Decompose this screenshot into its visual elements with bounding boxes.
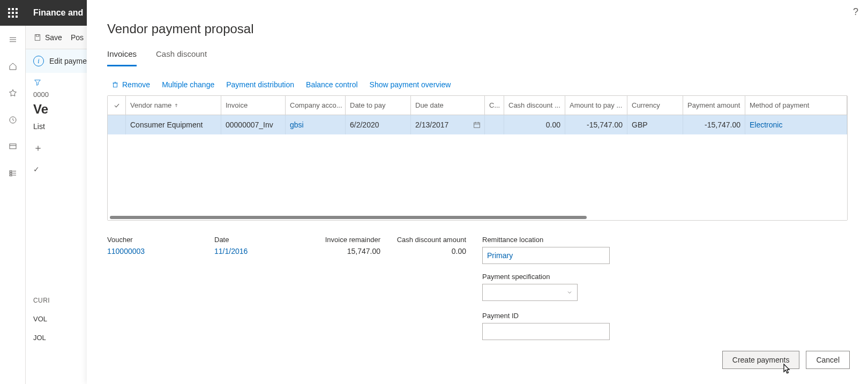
col-amount-to-pay[interactable]: Amount to pay ... xyxy=(565,96,627,115)
cell-payment-amount[interactable]: -15,747.00 xyxy=(683,115,745,134)
grid-header: Vendor name Invoice Company acco... Date… xyxy=(108,96,847,115)
voucher-value[interactable]: 110000003 xyxy=(107,247,198,255)
select-all-checkbox[interactable] xyxy=(108,96,126,115)
cell-amount-to-pay[interactable]: -15,747.00 xyxy=(565,115,627,134)
modules-icon[interactable] xyxy=(3,164,23,183)
home-icon[interactable] xyxy=(3,57,23,76)
multiple-change-button[interactable]: Multiple change xyxy=(162,80,214,89)
remittance-dropdown[interactable]: Primary xyxy=(482,247,610,264)
payment-distribution-button[interactable]: Payment distribution xyxy=(226,80,294,89)
cell-c[interactable] xyxy=(485,115,504,134)
cell-cash-discount[interactable]: 0.00 xyxy=(504,115,565,134)
svg-rect-6 xyxy=(10,171,12,172)
row-checkbox[interactable] xyxy=(108,115,126,134)
payment-spec-label: Payment specification xyxy=(482,273,610,281)
cancel-button[interactable]: Cancel xyxy=(806,351,850,369)
balance-control-button[interactable]: Balance control xyxy=(306,80,358,89)
workspace-icon[interactable] xyxy=(3,137,23,156)
cash-discount-amount-value: 0.00 xyxy=(452,247,466,255)
hamburger-icon[interactable] xyxy=(3,30,23,49)
cell-due-date[interactable]: 2/13/2017 xyxy=(411,115,485,134)
svg-rect-13 xyxy=(36,34,39,36)
save-button[interactable]: Save xyxy=(33,33,62,42)
date-value[interactable]: 11/1/2016 xyxy=(214,247,305,255)
modal-tabs: Invoices Cash discount xyxy=(107,47,848,66)
info-icon: i xyxy=(33,56,44,66)
grid-horizontal-scrollbar[interactable] xyxy=(108,215,847,220)
grid-row[interactable]: Consumer Equipment 00000007_Inv gbsi 6/2… xyxy=(108,115,847,134)
remove-button[interactable]: Remove xyxy=(111,80,150,89)
message-text: Edit paymer xyxy=(49,57,89,65)
col-vendor-name[interactable]: Vendor name xyxy=(126,96,221,115)
col-cash-discount[interactable]: Cash discount ... xyxy=(504,96,565,115)
grid-empty-area xyxy=(108,134,847,215)
invoice-remainder-value: 15,747.00 xyxy=(347,247,380,255)
svg-rect-7 xyxy=(10,173,12,174)
help-icon[interactable]: ? xyxy=(853,6,858,18)
svg-rect-17 xyxy=(474,123,480,127)
cell-currency[interactable]: GBP xyxy=(627,115,683,134)
payment-spec-dropdown[interactable] xyxy=(482,284,578,301)
payment-id-label: Payment ID xyxy=(482,312,610,320)
cell-invoice[interactable]: 00000007_Inv xyxy=(221,115,286,134)
modal-title: Vendor payment proposal xyxy=(107,21,848,36)
cell-method[interactable]: Electronic xyxy=(745,115,847,134)
app-title: Finance and xyxy=(26,8,83,18)
remove-label: Remove xyxy=(122,80,150,89)
modal-footer: Create payments Cancel xyxy=(722,351,850,369)
voucher-label: Voucher xyxy=(107,236,198,244)
create-payments-button[interactable]: Create payments xyxy=(722,351,800,369)
date-label: Date xyxy=(214,236,305,244)
cell-date-to-pay[interactable]: 6/2/2020 xyxy=(346,115,411,134)
calendar-icon[interactable] xyxy=(473,121,481,129)
tab-invoices[interactable]: Invoices xyxy=(107,47,137,66)
col-c[interactable]: C... xyxy=(485,96,504,115)
star-icon[interactable] xyxy=(3,84,23,103)
svg-rect-14 xyxy=(114,83,117,87)
invoice-remainder-label: Invoice remainder xyxy=(325,236,380,244)
payment-proposal-modal: ? Vendor payment proposal Invoices Cash … xyxy=(87,0,868,384)
cell-company[interactable]: gbsi xyxy=(286,115,346,134)
col-due-date[interactable]: Due date xyxy=(411,96,485,115)
invoices-grid: Vendor name Invoice Company acco... Date… xyxy=(107,95,848,221)
recent-icon[interactable] xyxy=(3,110,23,130)
cash-discount-amount-label: Cash discount amount xyxy=(397,236,466,244)
app-launcher-icon[interactable] xyxy=(0,0,26,26)
tab-cash-discount[interactable]: Cash discount xyxy=(156,47,207,66)
remittance-label: Remittance location xyxy=(482,236,610,244)
cell-vendor-name[interactable]: Consumer Equipment xyxy=(126,115,221,134)
col-currency[interactable]: Currency xyxy=(627,96,683,115)
col-invoice[interactable]: Invoice xyxy=(221,96,286,115)
svg-rect-4 xyxy=(10,144,16,149)
col-company[interactable]: Company acco... xyxy=(286,96,346,115)
detail-panel: Voucher 110000003 Date 11/1/2016 Invoice… xyxy=(107,236,848,340)
col-payment-amount[interactable]: Payment amount xyxy=(683,96,745,115)
show-overview-button[interactable]: Show payment overview xyxy=(370,80,451,89)
post-button[interactable]: Pos xyxy=(71,33,84,42)
col-date-to-pay[interactable]: Date to pay xyxy=(346,96,411,115)
payment-id-input[interactable] xyxy=(482,323,610,340)
save-label: Save xyxy=(45,33,62,42)
svg-rect-12 xyxy=(35,34,40,40)
col-method[interactable]: Method of payment xyxy=(745,96,847,115)
grid-toolbar: Remove Multiple change Payment distribut… xyxy=(107,76,848,95)
nav-rail xyxy=(0,26,26,384)
svg-rect-8 xyxy=(10,175,12,176)
